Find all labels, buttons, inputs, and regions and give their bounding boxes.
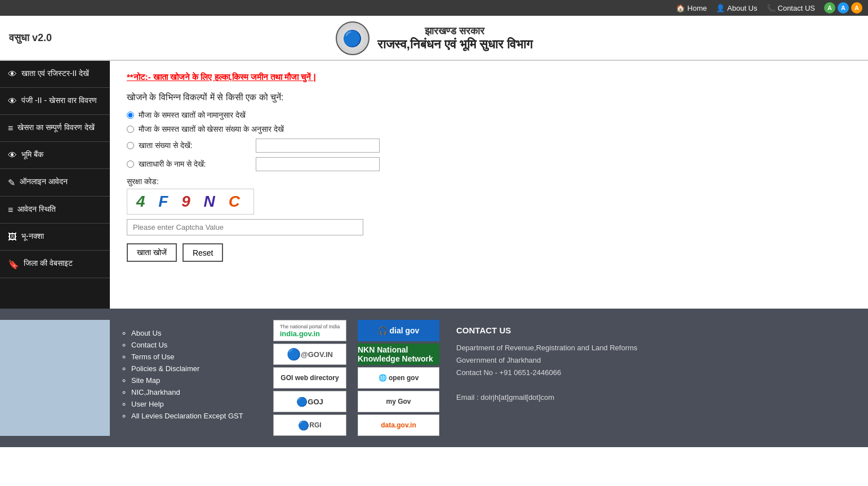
radio-naam[interactable]: [127, 160, 134, 168]
sidebar-item-bhu-naksha[interactable]: 🖼 भू-नक्शा: [0, 224, 110, 251]
footer-userhelp-item: User Help: [131, 400, 256, 408]
btn-row: खाता खोजें Reset: [127, 243, 851, 262]
input-row-khata: खाता संख्या से देखें:: [127, 139, 851, 153]
font-small-btn[interactable]: A: [824, 2, 835, 14]
footer-policy-item: Policies & Disclaimer: [131, 364, 256, 373]
vasudha-logo: वसुधा v2.0: [9, 32, 52, 44]
contact-gov: Government of Jharkhand: [456, 356, 541, 364]
contact-dept: Department of Revenue,Registration and L…: [456, 344, 638, 352]
datagov-logo[interactable]: data.gov.in: [358, 414, 439, 436]
list-icon-2: ≡: [8, 205, 13, 215]
opengov-logo[interactable]: 🌐 open gov: [358, 367, 439, 389]
sidebar: 👁 खाता एवं रजिस्टर-II देखें 👁 पंजी -II -…: [0, 61, 110, 309]
gov-in-logo[interactable]: 🔵 @GOV.IN: [273, 344, 346, 365]
footer: About Us Contact Us Terms of Use Policie…: [0, 309, 868, 447]
dial-gov-text: 🎧 dial gov: [378, 326, 420, 335]
reset-button[interactable]: Reset: [182, 243, 224, 262]
radio-khesra[interactable]: [127, 126, 134, 133]
contact-email: Email : dolrjh[at]gmail[dot]com: [456, 393, 554, 402]
about-link[interactable]: 👤 About Us: [716, 4, 757, 12]
footer-contact-link[interactable]: Contact Us: [131, 341, 167, 349]
mygov-logo[interactable]: my Gov: [358, 391, 439, 412]
mygov-text: my Gov: [386, 398, 411, 405]
gov-emblem: 🔵: [336, 21, 370, 55]
radio-namewise[interactable]: [127, 112, 134, 119]
footer-tou-link[interactable]: Terms of Use: [131, 353, 175, 361]
footer-contact-item: Contact Us: [131, 341, 256, 349]
footer-links: About Us Contact Us Terms of Use Policie…: [110, 320, 268, 436]
nkn-text: NKN National Knowledge Network: [358, 345, 439, 363]
eye-icon: 👁: [8, 69, 17, 79]
dial-gov-logo[interactable]: 🎧 dial gov: [358, 320, 439, 341]
india-gov-logo[interactable]: The national portal of India india.gov.i…: [273, 320, 346, 341]
font-medium-btn[interactable]: A: [838, 2, 849, 14]
radio-namewise-label: मौजा के समस्त खातों को नामानुसार देखें: [139, 110, 246, 120]
sidebar-item-online[interactable]: ✎ ऑनलाइन आवेदन: [0, 169, 110, 197]
font-size-controls: A A A: [824, 2, 862, 14]
khata-sankhya-input[interactable]: [256, 139, 380, 153]
rgi-logo[interactable]: 🔵 RGI: [273, 414, 346, 436]
datagov-text: data.gov.in: [381, 421, 416, 429]
captcha-display: 4 F 9 N C: [127, 189, 254, 215]
sidebar-item-panji[interactable]: 👁 पंजी -II - खेसरा वार विवरण: [0, 88, 110, 115]
footer-about-link[interactable]: About Us: [131, 329, 161, 337]
radio-naam-label: खाताधारी के नाम से देखें:: [139, 159, 251, 169]
search-heading: खोजने के विभिन्न विकल्पों में से किसी एक…: [127, 92, 851, 102]
radio-group-1: मौजा के समस्त खातों को नामानुसार देखें: [127, 110, 851, 120]
naam-input[interactable]: [256, 157, 380, 171]
header: वसुधा v2.0 🔵 झारखण्ड सरकार राजस्व,निबंधन…: [0, 16, 868, 61]
eye-icon-2: 👁: [8, 96, 17, 106]
goj-logo[interactable]: 🔵 GOJ: [273, 391, 346, 412]
sidebar-item-jila[interactable]: 🔖 जिला की वेबसाइट: [0, 251, 110, 278]
edit-icon: ✎: [8, 177, 15, 188]
footer-tou-item: Terms of Use: [131, 353, 256, 361]
radio-group-2: मौजा के समस्त खातों को खेसरा संख्या के अ…: [127, 124, 851, 134]
contact-phone: Contact No - +91 0651-2446066: [456, 368, 561, 377]
font-large-btn[interactable]: A: [851, 2, 862, 14]
main-content: **नोट:- खाता खोजने के लिए हल्का,किस्म जम…: [110, 61, 868, 309]
footer-levies-link[interactable]: All Levies Declaration Except GST: [131, 412, 243, 420]
top-nav: 🏠 Home 👤 About Us 📞 Contact US A A A: [0, 0, 868, 16]
gov-name: झारखण्ड सरकार: [377, 25, 533, 37]
footer-logos-col2: 🎧 dial gov NKN National Knowledge Networ…: [352, 320, 445, 436]
eye-icon-3: 👁: [8, 150, 17, 160]
india-gov-text: india.gov.in: [280, 329, 340, 338]
search-button[interactable]: खाता खोजें: [127, 243, 177, 262]
note-text: **नोट:- खाता खोजने के लिए हल्का,किस्म जम…: [127, 72, 851, 82]
about-icon: 👤: [716, 4, 725, 12]
security-label: सुरक्षा कोड:: [127, 177, 851, 186]
home-link[interactable]: 🏠 Home: [676, 4, 707, 12]
contact-title: CONTACT US: [456, 326, 845, 335]
footer-about-item: About Us: [131, 329, 256, 337]
contact-link[interactable]: 📞 Contact US: [767, 4, 815, 12]
captcha-input[interactable]: [127, 219, 363, 235]
opengov-text: 🌐 open gov: [379, 374, 419, 382]
list-icon: ≡: [8, 123, 13, 133]
goi-text: GOI web directory: [281, 374, 339, 382]
footer-contact-section: CONTACT US Department of Revenue,Registr…: [445, 320, 857, 436]
footer-userhelp-link[interactable]: User Help: [131, 400, 164, 408]
footer-logos-col1: The national portal of India india.gov.i…: [268, 320, 352, 436]
footer-nic-item: NIC,Jharkhand: [131, 388, 256, 396]
rgi-text: RGI: [309, 421, 321, 429]
footer-sidebar-spacer: [0, 320, 110, 436]
footer-policy-link[interactable]: Policies & Disclaimer: [131, 364, 199, 373]
sidebar-item-khata[interactable]: 👁 खाता एवं रजिस्टर-II देखें: [0, 61, 110, 88]
goi-web-logo[interactable]: GOI web directory: [273, 367, 346, 389]
sidebar-item-khesra[interactable]: ≡ खेसरा का सम्पूर्ण विवरण देखें: [0, 115, 110, 142]
phone-icon: 📞: [767, 4, 776, 12]
captcha-text: 4 F 9 N C: [136, 193, 244, 210]
footer-nic-link[interactable]: NIC,Jharkhand: [131, 388, 180, 396]
footer-sitemap-link[interactable]: Site Map: [131, 376, 160, 385]
sidebar-item-bhoomi[interactable]: 👁 भूमि बैंक: [0, 142, 110, 169]
radio-khesra-label: मौजा के समस्त खातों को खेसरा संख्या के अ…: [139, 124, 284, 134]
dept-name: राजस्व,निबंधन एवं भूमि सुधार विभाग: [377, 37, 533, 52]
input-row-naam: खाताधारी के नाम से देखें:: [127, 157, 851, 171]
gov-in-text: @GOV.IN: [301, 350, 333, 359]
main-layout: 👁 खाता एवं रजिस्टर-II देखें 👁 पंजी -II -…: [0, 61, 868, 309]
radio-khata-sankhya[interactable]: [127, 142, 134, 149]
nkn-logo[interactable]: NKN National Knowledge Network: [358, 344, 439, 365]
sidebar-item-avedan[interactable]: ≡ आवेदन स्थिति: [0, 197, 110, 224]
home-icon: 🏠: [676, 4, 685, 12]
radio-khata-label: खाता संख्या से देखें:: [139, 141, 251, 150]
